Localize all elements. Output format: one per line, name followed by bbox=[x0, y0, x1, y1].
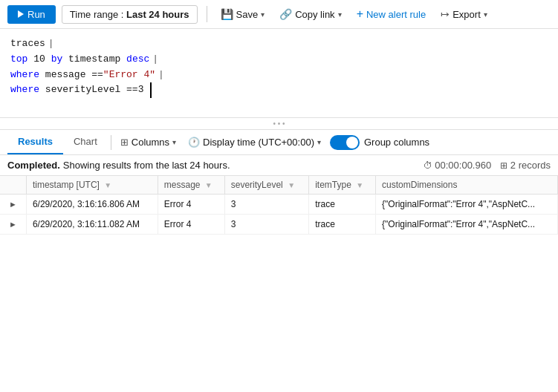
table-header: timestamp [UTC] ▼ message ▼ severityLeve… bbox=[0, 176, 558, 195]
query-op-eq-2: == bbox=[126, 82, 138, 98]
run-button[interactable]: Run bbox=[7, 5, 56, 24]
columns-button[interactable]: ⊞ Columns ▾ bbox=[114, 132, 182, 152]
query-kw-where-1: where bbox=[10, 68, 39, 83]
results-table-wrap: timestamp [UTC] ▼ message ▼ severityLeve… bbox=[0, 176, 558, 235]
query-line-3: where message == "Error 4" | bbox=[10, 68, 548, 83]
filter-icon-timestamp[interactable]: ▼ bbox=[104, 181, 111, 189]
query-line-1: traces | bbox=[10, 36, 548, 52]
th-itemtype-label: itemType bbox=[315, 180, 351, 190]
expand-cell-2: ► bbox=[0, 215, 26, 235]
save-icon: 💾 bbox=[221, 8, 233, 20]
th-expand bbox=[0, 176, 26, 195]
results-table: timestamp [UTC] ▼ message ▼ severityLeve… bbox=[0, 176, 558, 235]
expand-cell-1: ► bbox=[0, 195, 26, 215]
timer-icon: ⏱ bbox=[424, 160, 432, 171]
th-message-label: message bbox=[164, 180, 201, 190]
clock-icon: 🕐 bbox=[188, 137, 200, 148]
status-time: 00:00:00.960 bbox=[435, 160, 491, 171]
time-range-button[interactable]: Time range : Last 24 hours bbox=[62, 5, 198, 24]
status-records: 2 records bbox=[510, 160, 551, 171]
th-timestamp: timestamp [UTC] ▼ bbox=[26, 176, 158, 195]
group-columns-label: Group columns bbox=[364, 137, 429, 148]
query-editor[interactable]: traces | top 10 by timestamp desc | wher… bbox=[0, 29, 558, 118]
query-num-10: 10 bbox=[33, 52, 45, 68]
query-kw-desc: desc bbox=[126, 52, 149, 68]
export-button[interactable]: ↦ Export ▾ bbox=[436, 5, 492, 23]
query-field-timestamp: timestamp bbox=[68, 52, 120, 68]
status-right: ⏱ 00:00:00.960 ⊞ 2 records bbox=[424, 160, 551, 171]
run-label: Run bbox=[27, 9, 45, 20]
query-keyword-traces: traces bbox=[10, 36, 45, 52]
status-completed: Completed. bbox=[7, 160, 60, 171]
columns-label: Columns bbox=[132, 137, 169, 148]
query-kw-where-2: where bbox=[10, 82, 39, 98]
toolbar-separator-1 bbox=[207, 6, 207, 22]
toggle-knob bbox=[346, 137, 358, 148]
export-icon: ↦ bbox=[441, 8, 450, 20]
cell-timestamp-1: 6/29/2020, 3:16:16.806 AM bbox=[26, 195, 158, 215]
query-pipe-2: | bbox=[152, 52, 158, 68]
display-time-chevron: ▾ bbox=[317, 138, 321, 146]
query-line-4: where severityLevel == 3 bbox=[10, 82, 548, 98]
resize-handle[interactable]: • • • bbox=[0, 118, 558, 130]
save-chevron: ▾ bbox=[261, 10, 265, 19]
tab-results-label: Results bbox=[18, 136, 53, 147]
table-row: ► 6/29/2020, 3:16:11.082 AM Error 4 3 tr… bbox=[0, 215, 558, 235]
link-icon: 🔗 bbox=[279, 8, 292, 20]
cell-custom-2: {"OriginalFormat":"Error 4","AspNetC... bbox=[376, 215, 558, 235]
new-alert-button[interactable]: + New alert rule bbox=[352, 4, 431, 24]
expand-button-2[interactable]: ► bbox=[6, 220, 20, 229]
group-columns-toggle-wrap: Group columns bbox=[330, 135, 429, 150]
query-pipe-3: | bbox=[158, 68, 164, 83]
cell-message-2: Error 4 bbox=[158, 215, 224, 235]
copy-link-chevron: ▾ bbox=[338, 10, 342, 19]
th-timestamp-label: timestamp [UTC] bbox=[33, 180, 100, 190]
cell-severity-2: 3 bbox=[224, 215, 308, 235]
query-line-2: top 10 by timestamp desc | bbox=[10, 52, 548, 68]
filter-icon-message[interactable]: ▼ bbox=[205, 181, 213, 189]
group-columns-toggle[interactable] bbox=[330, 135, 360, 150]
display-time-button[interactable]: 🕐 Display time (UTC+00:00) ▾ bbox=[182, 132, 327, 152]
th-customdimensions: customDimensions bbox=[376, 176, 558, 195]
query-field-severity: severityLevel bbox=[45, 82, 120, 98]
export-chevron: ▾ bbox=[484, 10, 487, 19]
query-kw-top: top bbox=[10, 52, 27, 68]
save-button[interactable]: 💾 Save ▾ bbox=[216, 5, 270, 23]
toolbar: Run Time range : Last 24 hours 💾 Save ▾ … bbox=[0, 0, 558, 29]
filter-icon-severity[interactable]: ▼ bbox=[288, 181, 295, 189]
expand-button-1[interactable]: ► bbox=[6, 200, 20, 209]
th-message: message ▼ bbox=[158, 176, 224, 195]
columns-icon: ⊞ bbox=[120, 137, 129, 148]
results-tabs-bar: Results Chart ⊞ Columns ▾ 🕐 Display time… bbox=[0, 130, 558, 155]
cell-severity-1: 3 bbox=[224, 195, 308, 215]
th-itemtype: itemType ▼ bbox=[309, 176, 376, 195]
query-val-error4: "Error 4" bbox=[103, 68, 155, 83]
save-label: Save bbox=[236, 9, 259, 20]
th-severity-label: severityLevel bbox=[231, 180, 283, 190]
new-alert-label: New alert rule bbox=[366, 9, 426, 20]
query-kw-by: by bbox=[51, 52, 63, 68]
status-time-wrap: ⏱ 00:00:00.960 bbox=[424, 160, 492, 171]
cell-timestamp-2: 6/29/2020, 3:16:11.082 AM bbox=[26, 215, 158, 235]
tab-chart[interactable]: Chart bbox=[63, 130, 108, 154]
query-field-message: message bbox=[45, 68, 86, 83]
status-showing: Showing results from the last 24 hours. bbox=[63, 160, 230, 171]
status-records-wrap: ⊞ 2 records bbox=[500, 160, 551, 171]
table-header-row: timestamp [UTC] ▼ message ▼ severityLeve… bbox=[0, 176, 558, 195]
cell-custom-1: {"OriginalFormat":"Error 4","AspNetC... bbox=[376, 195, 558, 215]
columns-chevron: ▾ bbox=[172, 138, 176, 146]
th-severity: severityLevel ▼ bbox=[224, 176, 308, 195]
cell-itemtype-2: trace bbox=[309, 215, 376, 235]
cell-itemtype-1: trace bbox=[309, 195, 376, 215]
plus-icon: + bbox=[357, 7, 363, 21]
tab-chart-label: Chart bbox=[74, 136, 97, 147]
th-customdimensions-label: customDimensions bbox=[382, 180, 457, 190]
copy-link-label: Copy link bbox=[295, 9, 334, 20]
copy-link-button[interactable]: 🔗 Copy link ▾ bbox=[275, 5, 345, 23]
time-range-value: Last 24 hours bbox=[126, 9, 189, 20]
filter-icon-itemtype[interactable]: ▼ bbox=[356, 181, 363, 189]
display-time-label: Display time (UTC+00:00) bbox=[203, 137, 314, 148]
export-label: Export bbox=[452, 9, 481, 20]
time-range-prefix: Time range : bbox=[70, 9, 124, 20]
tab-results[interactable]: Results bbox=[7, 130, 63, 154]
